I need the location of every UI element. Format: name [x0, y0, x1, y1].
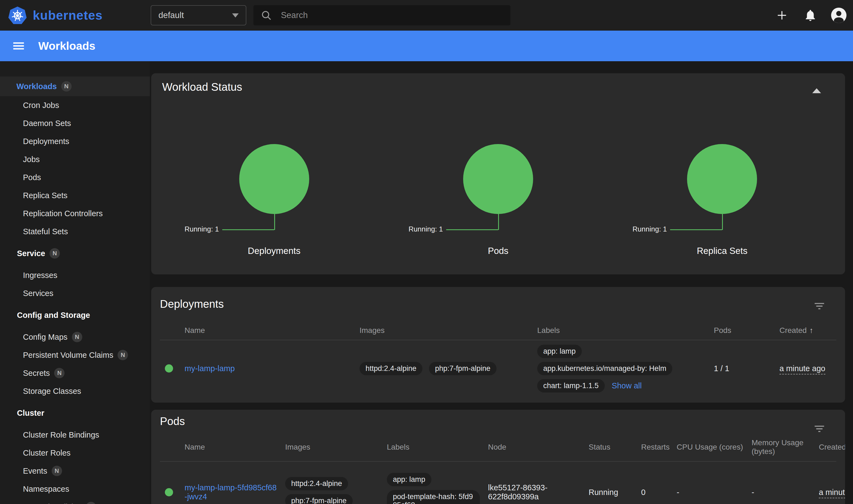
- chart-title: Deployments: [162, 246, 386, 256]
- namespace-selector[interactable]: default: [150, 5, 246, 25]
- relative-time: a minute ago: [819, 488, 845, 498]
- created-cell: a minute ago: [780, 364, 836, 373]
- label-chip: chart: lamp-1.1.5: [537, 379, 605, 393]
- sidebar-item-cluster-role-bindings[interactable]: Cluster Role Bindings: [0, 426, 150, 444]
- relative-time: a minute ago: [780, 364, 825, 375]
- name-cell: my-lamp-lamp-5fd985cf68-jwvz4: [184, 483, 285, 501]
- column-header-name[interactable]: Name: [184, 326, 359, 335]
- column-header-restarts[interactable]: Restarts: [641, 443, 677, 451]
- callout-line: [498, 214, 499, 230]
- status-running-icon: [165, 364, 173, 373]
- column-header-memory-usage[interactable]: Memory Usage (bytes): [751, 438, 819, 456]
- pods-table-header: Name Images Labels Node Status Restarts …: [160, 433, 836, 462]
- kubernetes-logo-icon: [8, 6, 27, 24]
- column-header-created[interactable]: Created↑: [780, 326, 836, 335]
- sidebar-item-ingresses[interactable]: Ingresses: [0, 266, 150, 284]
- callout-line: [446, 229, 498, 230]
- running-count-label: Running: 1: [633, 225, 667, 233]
- callout-line: [222, 229, 274, 230]
- pod-name-link[interactable]: my-lamp-lamp-5fd985cf68-jwvz4: [184, 483, 277, 501]
- sidebar-item-config-maps[interactable]: Config Maps N: [0, 328, 150, 346]
- column-header-created[interactable]: Created↑: [819, 443, 836, 451]
- sidebar-item-services[interactable]: Services: [0, 284, 150, 302]
- notifications-button[interactable]: [800, 5, 820, 25]
- pods-count-cell: 1 / 1: [714, 364, 780, 373]
- status-cell: [160, 488, 184, 496]
- column-header-images[interactable]: Images: [285, 443, 387, 451]
- label-chip: app.kubernetes.io/managed-by: Helm: [537, 362, 672, 375]
- deployments-card-title: Deployments: [160, 298, 836, 310]
- image-chip: php:7-fpm-alpine: [429, 362, 497, 375]
- pie-running-slice: [239, 144, 309, 214]
- sidebar-item-jobs[interactable]: Jobs: [0, 150, 150, 168]
- sidebar-item-persistent-volume-claims[interactable]: Persistent Volume Claims N: [0, 346, 150, 364]
- page-title: Workloads: [38, 40, 95, 53]
- column-header-pods[interactable]: Pods: [714, 326, 780, 335]
- sidebar-item-deployments[interactable]: Deployments: [0, 132, 150, 150]
- column-header-node[interactable]: Node: [488, 443, 589, 451]
- restarts-cell: 0: [641, 488, 677, 497]
- deployment-name-link[interactable]: my-lamp-lamp: [184, 364, 235, 373]
- images-cell: httpd:2.4-alpine php:7-fpm-alpine: [359, 362, 537, 375]
- running-count-label: Running: 1: [184, 225, 219, 233]
- sidebar-item-network-policies[interactable]: Network Policies N: [0, 498, 150, 504]
- column-header-name[interactable]: Name: [184, 443, 285, 451]
- sidebar-item-daemon-sets[interactable]: Daemon Sets: [0, 114, 150, 132]
- filter-button[interactable]: [811, 298, 828, 314]
- sidebar-item-service[interactable]: Service N: [0, 244, 150, 263]
- show-all-link[interactable]: Show all: [612, 381, 642, 390]
- new-badge: N: [72, 332, 82, 342]
- column-header-images[interactable]: Images: [359, 326, 537, 335]
- labels-cell: app: lamp app.kubernetes.io/managed-by: …: [537, 345, 714, 393]
- sidebar-item-label: Workloads: [16, 82, 57, 91]
- sidebar-item-storage-classes[interactable]: Storage Classes: [0, 382, 150, 400]
- image-chip: php:7-fpm-alpine: [285, 494, 353, 504]
- status-running-icon: [165, 488, 173, 496]
- column-header-labels[interactable]: Labels: [537, 326, 714, 335]
- callout-line: [274, 214, 275, 230]
- app-bar: Workloads: [0, 31, 853, 61]
- sidebar-item-namespaces[interactable]: Namespaces: [0, 480, 150, 498]
- bell-icon: [803, 8, 817, 22]
- filter-button[interactable]: [811, 421, 828, 437]
- sidebar-item-workloads[interactable]: Workloads N: [0, 76, 150, 96]
- main-layout: Workloads N Cron Jobs Daemon Sets Deploy…: [0, 61, 853, 504]
- pie-running-slice: [687, 144, 757, 214]
- new-badge: N: [50, 248, 60, 258]
- kubernetes-home-link[interactable]: kubernetes: [0, 6, 103, 24]
- sidebar-item-replica-sets[interactable]: Replica Sets: [0, 186, 150, 204]
- pie-running-slice: [463, 144, 533, 214]
- sidebar-item-cluster-roles[interactable]: Cluster Roles: [0, 444, 150, 462]
- workload-status-title: Workload Status: [162, 81, 834, 93]
- callout-line: [670, 229, 722, 230]
- pods-card: Pods Name Images Labels Node Status Rest…: [151, 410, 845, 504]
- collapse-card-button[interactable]: [809, 83, 824, 98]
- sidebar-item-stateful-sets[interactable]: Stateful Sets: [0, 222, 150, 240]
- running-count-label: Running: 1: [408, 225, 443, 233]
- labels-cell: app: lamp pod-template-hash: 5fd985cf68: [387, 473, 488, 504]
- sidebar-item-cluster[interactable]: Cluster: [0, 404, 150, 422]
- kubernetes-dashboard: kubernetes default: [0, 0, 853, 504]
- filter-list-icon: [813, 422, 826, 435]
- search-input[interactable]: [281, 11, 503, 20]
- sidebar-item-events[interactable]: Events N: [0, 462, 150, 480]
- user-avatar-icon: [831, 7, 847, 23]
- menu-button[interactable]: [10, 37, 27, 55]
- column-header-cpu-usage[interactable]: CPU Usage (cores): [677, 443, 751, 451]
- user-menu-button[interactable]: [829, 5, 849, 25]
- column-header-status[interactable]: Status: [589, 443, 641, 451]
- workload-status-charts: Running: 1 Deployments Running: 1 Pods: [162, 144, 834, 264]
- sidebar-item-secrets[interactable]: Secrets N: [0, 364, 150, 382]
- deployment-table-row: my-lamp-lamp httpd:2.4-alpine php:7-fpm-…: [160, 340, 836, 397]
- sidebar-item-pods[interactable]: Pods: [0, 168, 150, 186]
- create-resource-button[interactable]: [772, 5, 792, 25]
- sidebar-item-replication-controllers[interactable]: Replication Controllers: [0, 204, 150, 222]
- cpu-usage-cell: -: [677, 488, 751, 497]
- deployments-table-header: Name Images Labels Pods Created↑: [160, 321, 836, 340]
- column-header-labels[interactable]: Labels: [387, 443, 488, 451]
- status-text-cell: Running: [589, 488, 641, 497]
- sidebar-item-config-and-storage[interactable]: Config and Storage: [0, 306, 150, 324]
- sidebar-item-cron-jobs[interactable]: Cron Jobs: [0, 96, 150, 114]
- new-badge: N: [118, 350, 128, 360]
- new-badge: N: [61, 81, 72, 92]
